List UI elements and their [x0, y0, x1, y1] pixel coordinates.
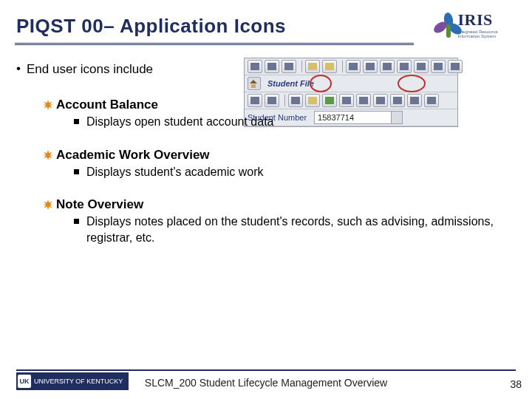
bullet-lead: End user icons include — [27, 62, 510, 77]
slide-body: End user icons include Account Balance D… — [27, 62, 510, 263]
title-underline — [15, 43, 414, 45]
bullet-item-title: Note Overview — [56, 197, 143, 212]
iris-logo-text: IRIS — [457, 12, 517, 28]
svg-marker-2 — [43, 200, 53, 210]
page-number: 38 — [510, 378, 522, 390]
iris-logo-tagline: Integrated Resource Information System — [457, 30, 517, 38]
iris-logo: IRIS Integrated Resource Information Sys… — [436, 10, 517, 40]
square-bullet-icon — [74, 119, 79, 124]
footer-caption: SLCM_200 Student Lifecycle Management Ov… — [0, 377, 532, 389]
bullet-item-detail: Displays open student account data — [86, 114, 510, 130]
square-bullet-icon — [74, 169, 79, 174]
iris-flower-icon — [436, 13, 454, 38]
starburst-icon — [43, 150, 53, 160]
svg-marker-1 — [43, 150, 53, 160]
starburst-icon — [43, 200, 53, 210]
bullet-item: Academic Work Overview Displays student'… — [43, 148, 510, 180]
bullet-item: Account Balance Displays open student ac… — [43, 98, 510, 130]
bullet-item-detail: Displays notes placed on the student's r… — [86, 214, 510, 245]
svg-marker-0 — [43, 100, 53, 110]
bullet-item: Note Overview Displays notes placed on t… — [43, 197, 510, 245]
slide-title: PIQST 00– Application Icons — [16, 15, 286, 38]
bullet-item-title: Academic Work Overview — [56, 148, 210, 163]
starburst-icon — [43, 100, 53, 110]
footer-divider — [16, 369, 516, 371]
bullet-item-title: Account Balance — [56, 98, 158, 112]
bullet-item-detail: Displays student's academic work — [86, 164, 510, 180]
square-bullet-icon — [74, 219, 79, 224]
